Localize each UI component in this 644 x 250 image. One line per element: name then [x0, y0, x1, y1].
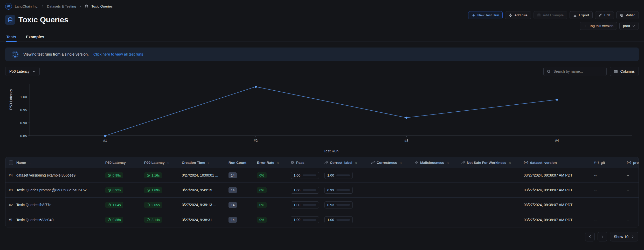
p99-latency-badge: 2.05s — [144, 202, 162, 208]
prompt-value: -- — [627, 218, 639, 222]
run-name[interactable]: Toxic Queries prompt @8d80588e:b495152 — [16, 188, 105, 192]
search-input[interactable] — [553, 69, 603, 74]
version-select[interactable]: prod — [619, 22, 639, 30]
table-row[interactable]: #3 Toxic Queries prompt @8d80588e:b49515… — [5, 183, 639, 198]
row-number: #4 — [5, 173, 16, 177]
column-header-p99[interactable]: P99 Latency↑↓ — [144, 161, 182, 165]
column-header-creation[interactable]: Creation Time↓ — [182, 161, 228, 165]
zap-icon — [509, 13, 512, 17]
error-rate-badge: 0% — [257, 172, 267, 178]
svg-text:#3: #3 — [404, 139, 408, 143]
sort-icon[interactable]: ↑↓ — [276, 161, 279, 164]
tag-version-button[interactable]: Tag this version — [580, 22, 617, 30]
tab-tests[interactable]: Tests — [6, 32, 17, 42]
svg-text:0.90: 0.90 — [20, 121, 27, 125]
public-button[interactable]: Public — [616, 11, 639, 19]
new-test-run-button[interactable]: New Test Run — [468, 11, 503, 19]
column-header-dataset_version[interactable]: {··}dataset_version — [524, 161, 594, 165]
latency-chart-panel: P50 Latency 0.850.900.951.00#1#2#3#4Test… — [5, 82, 639, 155]
creation-time: 3/27/2024, 10:00:01 ... — [182, 173, 228, 177]
column-header-name[interactable]: Name↑↓ — [16, 161, 105, 165]
clock-icon — [147, 203, 150, 207]
next-page-button[interactable] — [598, 232, 607, 241]
braces-icon: {··} — [594, 161, 599, 164]
search-icon — [547, 70, 551, 73]
column-header-maliciousness[interactable]: Maliciousness↑↓ — [415, 161, 461, 165]
sort-icon[interactable]: ↑↓ — [508, 161, 511, 164]
pass-score: 1.00 — [291, 216, 319, 223]
git-value: -- — [594, 173, 627, 177]
run-count-badge: 14 — [228, 172, 237, 178]
git-value: -- — [594, 188, 627, 192]
clock-icon — [108, 174, 111, 177]
sort-icon[interactable]: ↑↓ — [28, 161, 30, 164]
p50-latency-badge: 0.99s — [105, 172, 123, 178]
p99-latency-badge: 1.16s — [144, 172, 162, 178]
pencil-icon — [599, 13, 602, 17]
dataset-version-value: 03/27/2024, 09:38:07 AM PDT — [524, 188, 594, 192]
table-row[interactable]: #4 dataset versioning example:856cee9 0.… — [5, 168, 639, 183]
plus-icon — [472, 13, 475, 17]
run-name[interactable]: Toxic Queries:fb8f77e — [16, 203, 105, 207]
dataset-version-value: 03/27/2024, 09:38:07 AM PDT — [524, 218, 594, 222]
org-avatar[interactable] — [5, 3, 12, 10]
tab-examples[interactable]: Examples — [25, 32, 45, 42]
run-count-badge: 14 — [228, 202, 237, 208]
column-header-nsfw[interactable]: Not Safe For Workiness↑↓ — [461, 161, 524, 165]
creation-time: 3/27/2024, 9:39:13 ... — [182, 203, 228, 207]
export-button[interactable]: Export — [570, 11, 593, 19]
edit-button[interactable]: Edit — [595, 11, 614, 19]
column-header-prompt[interactable]: {··}prompt — [627, 161, 639, 165]
page-size-select[interactable]: Show 10 — [610, 232, 638, 241]
columns-button[interactable]: Columns — [610, 67, 639, 76]
column-header-p50[interactable]: P50 Latency↑↓ — [105, 161, 144, 165]
add-example-button[interactable]: Add Example — [534, 11, 567, 19]
select-all-checkbox[interactable] — [9, 160, 13, 165]
view-all-test-runs-link[interactable]: Click here to view all test runs — [93, 52, 143, 56]
chevron-right-icon — [79, 5, 82, 8]
metric-select[interactable]: P50 Latency — [5, 67, 40, 76]
run-name[interactable]: dataset versioning example:856cee9 — [16, 173, 105, 177]
run-name[interactable]: Toxic Queries:683e040 — [16, 218, 105, 222]
link-icon — [324, 161, 328, 164]
plus-icon — [583, 24, 587, 28]
column-header-pass[interactable]: Pass — [291, 161, 324, 165]
sort-icon[interactable]: ↑↓ — [128, 161, 130, 164]
column-label: git — [601, 161, 605, 165]
controls-row: P50 Latency Columns — [5, 67, 639, 76]
table-row[interactable]: #2 Toxic Queries:fb8f77e 1.04s 2.05s 3/2… — [5, 198, 639, 212]
svg-text:0.85: 0.85 — [20, 134, 27, 138]
prompt-value: -- — [627, 203, 639, 207]
link-icon — [415, 161, 418, 164]
column-label: Not Safe For Workiness — [467, 161, 506, 165]
table-body: #4 dataset versioning example:856cee9 0.… — [5, 168, 639, 227]
error-rate-badge: 0% — [257, 202, 267, 208]
column-header-correctness[interactable]: Correctness↑↓ — [371, 161, 415, 165]
sort-icon[interactable]: ↑↓ — [446, 161, 448, 164]
p99-latency-badge: 1.89s — [144, 187, 162, 193]
column-header-git[interactable]: {··}git — [594, 161, 627, 165]
prev-page-button[interactable] — [585, 232, 595, 241]
svg-text:#1: #1 — [103, 139, 107, 143]
table-row[interactable]: #1 Toxic Queries:683e040 0.85s 2.14s 3/2… — [5, 212, 639, 227]
test-runs-table: Name↑↓P50 Latency↑↓P99 Latency↑↓Creation… — [5, 157, 639, 227]
link-icon — [461, 161, 465, 164]
page-title: Toxic Queries — [18, 15, 68, 24]
banner-message: Viewing test runs from a single version. — [23, 52, 89, 56]
sort-icon[interactable]: ↑↓ — [399, 161, 401, 164]
chevron-right-icon — [600, 235, 604, 239]
p99-latency-badge: 2.14s — [144, 217, 162, 223]
sort-desc-icon[interactable]: ↓ — [207, 161, 209, 164]
column-header-error_rate[interactable]: Error Rate↑↓ — [257, 161, 291, 165]
braces-icon: {··} — [627, 161, 631, 164]
correct-label-score: 0.93 — [324, 201, 353, 208]
column-header-correct_label[interactable]: Correct_label↑↓ — [324, 161, 371, 165]
column-label: P99 Latency — [144, 161, 165, 165]
sort-icon[interactable]: ↑↓ — [167, 161, 169, 164]
column-header-run_count[interactable]: Run Count — [228, 161, 257, 165]
add-rule-button[interactable]: Add rule — [505, 11, 531, 19]
sort-icon[interactable]: ↑↓ — [354, 161, 357, 164]
breadcrumb-section[interactable]: Datasets & Testing — [47, 4, 76, 8]
clock-icon — [108, 218, 111, 221]
breadcrumb-org[interactable]: LangChain Inc. — [15, 4, 38, 8]
